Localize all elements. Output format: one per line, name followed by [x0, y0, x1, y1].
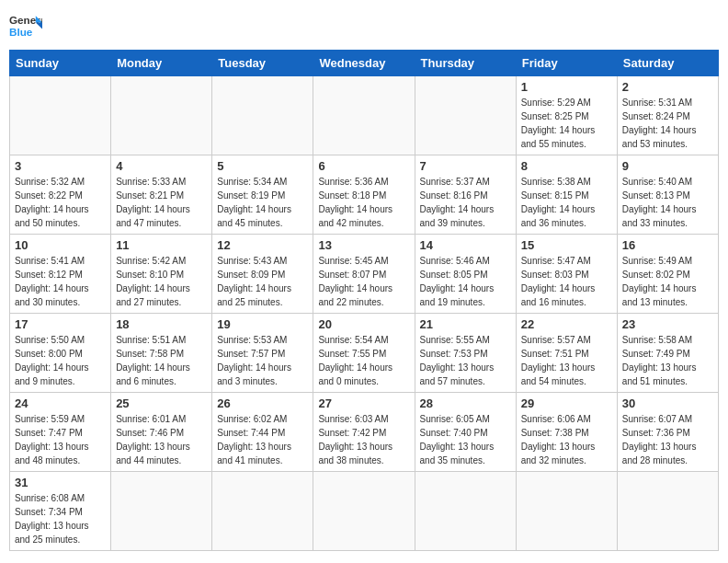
day-number: 11 [116, 238, 207, 252]
calendar-day: 12Sunrise: 5:43 AM Sunset: 8:09 PM Dayli… [212, 235, 313, 314]
calendar-day: 14Sunrise: 5:46 AM Sunset: 8:05 PM Dayli… [415, 235, 516, 314]
day-number: 9 [622, 159, 713, 173]
day-info: Sunrise: 5:47 AM Sunset: 8:03 PM Dayligh… [521, 254, 612, 309]
day-number: 18 [116, 317, 207, 331]
calendar-day: 5Sunrise: 5:34 AM Sunset: 8:19 PM Daylig… [212, 155, 313, 235]
day-info: Sunrise: 5:46 AM Sunset: 8:05 PM Dayligh… [420, 254, 511, 309]
day-info: Sunrise: 5:54 AM Sunset: 7:55 PM Dayligh… [318, 333, 409, 388]
calendar-day: 27Sunrise: 6:03 AM Sunset: 7:42 PM Dayli… [313, 393, 415, 472]
calendar-day: 8Sunrise: 5:38 AM Sunset: 8:15 PM Daylig… [516, 155, 617, 235]
day-info: Sunrise: 5:50 AM Sunset: 8:00 PM Dayligh… [15, 333, 106, 388]
calendar-day: 26Sunrise: 6:02 AM Sunset: 7:44 PM Dayli… [212, 393, 313, 472]
day-number: 6 [318, 159, 409, 173]
day-info: Sunrise: 5:29 AM Sunset: 8:25 PM Dayligh… [521, 96, 612, 151]
day-number: 14 [420, 238, 511, 252]
calendar-day [111, 76, 212, 155]
calendar-table: SundayMondayTuesdayWednesdayThursdayFrid… [9, 50, 719, 551]
day-number: 16 [622, 238, 713, 252]
calendar-day: 9Sunrise: 5:40 AM Sunset: 8:13 PM Daylig… [617, 155, 718, 235]
calendar-day: 13Sunrise: 5:45 AM Sunset: 8:07 PM Dayli… [313, 235, 415, 314]
svg-text:Blue: Blue [9, 26, 33, 38]
day-number: 12 [217, 238, 308, 252]
day-info: Sunrise: 5:37 AM Sunset: 8:16 PM Dayligh… [420, 175, 511, 230]
calendar-day [313, 76, 415, 155]
calendar-week-row: 10Sunrise: 5:41 AM Sunset: 8:12 PM Dayli… [10, 235, 719, 314]
day-info: Sunrise: 6:02 AM Sunset: 7:44 PM Dayligh… [217, 412, 308, 467]
calendar-day: 10Sunrise: 5:41 AM Sunset: 8:12 PM Dayli… [10, 235, 111, 314]
calendar-day: 20Sunrise: 5:54 AM Sunset: 7:55 PM Dayli… [313, 314, 415, 393]
day-info: Sunrise: 5:49 AM Sunset: 8:02 PM Dayligh… [622, 254, 713, 309]
calendar-week-row: 1Sunrise: 5:29 AM Sunset: 8:25 PM Daylig… [10, 76, 719, 155]
calendar-day: 7Sunrise: 5:37 AM Sunset: 8:16 PM Daylig… [415, 155, 516, 235]
calendar-week-row: 24Sunrise: 5:59 AM Sunset: 7:47 PM Dayli… [10, 393, 719, 472]
weekday-header-row: SundayMondayTuesdayWednesdayThursdayFrid… [10, 51, 719, 76]
calendar-day: 22Sunrise: 5:57 AM Sunset: 7:51 PM Dayli… [516, 314, 617, 393]
calendar-day [212, 76, 313, 155]
calendar-day: 24Sunrise: 5:59 AM Sunset: 7:47 PM Dayli… [10, 393, 111, 472]
day-info: Sunrise: 5:36 AM Sunset: 8:18 PM Dayligh… [318, 175, 409, 230]
weekday-header-thursday: Thursday [415, 51, 516, 76]
calendar-day: 4Sunrise: 5:33 AM Sunset: 8:21 PM Daylig… [111, 155, 212, 235]
day-number: 7 [420, 159, 511, 173]
day-number: 5 [217, 159, 308, 173]
day-info: Sunrise: 5:43 AM Sunset: 8:09 PM Dayligh… [217, 254, 308, 309]
calendar-day-empty [617, 472, 718, 551]
logo-icon: General Blue [9, 9, 42, 42]
calendar-day-empty [313, 472, 415, 551]
day-info: Sunrise: 6:08 AM Sunset: 7:34 PM Dayligh… [15, 491, 106, 546]
day-info: Sunrise: 5:40 AM Sunset: 8:13 PM Dayligh… [622, 175, 713, 230]
calendar-day-empty [111, 472, 212, 551]
day-info: Sunrise: 5:45 AM Sunset: 8:07 PM Dayligh… [318, 254, 409, 309]
day-info: Sunrise: 5:34 AM Sunset: 8:19 PM Dayligh… [217, 175, 308, 230]
day-number: 20 [318, 317, 409, 331]
day-info: Sunrise: 5:53 AM Sunset: 7:57 PM Dayligh… [217, 333, 308, 388]
day-number: 23 [622, 317, 713, 331]
day-info: Sunrise: 5:32 AM Sunset: 8:22 PM Dayligh… [15, 175, 106, 230]
calendar-day: 2Sunrise: 5:31 AM Sunset: 8:24 PM Daylig… [617, 76, 718, 155]
day-number: 24 [15, 396, 106, 410]
day-info: Sunrise: 6:06 AM Sunset: 7:38 PM Dayligh… [521, 412, 612, 467]
day-number: 2 [622, 80, 713, 94]
calendar-day: 25Sunrise: 6:01 AM Sunset: 7:46 PM Dayli… [111, 393, 212, 472]
calendar-day: 16Sunrise: 5:49 AM Sunset: 8:02 PM Dayli… [617, 235, 718, 314]
day-info: Sunrise: 6:03 AM Sunset: 7:42 PM Dayligh… [318, 412, 409, 467]
weekday-header-tuesday: Tuesday [212, 51, 313, 76]
day-number: 26 [217, 396, 308, 410]
day-number: 1 [521, 80, 612, 94]
calendar-day-empty [212, 472, 313, 551]
calendar-day: 28Sunrise: 6:05 AM Sunset: 7:40 PM Dayli… [415, 393, 516, 472]
calendar-day: 23Sunrise: 5:58 AM Sunset: 7:49 PM Dayli… [617, 314, 718, 393]
calendar-day: 30Sunrise: 6:07 AM Sunset: 7:36 PM Dayli… [617, 393, 718, 472]
calendar-week-row: 31Sunrise: 6:08 AM Sunset: 7:34 PM Dayli… [10, 472, 719, 551]
calendar-day: 19Sunrise: 5:53 AM Sunset: 7:57 PM Dayli… [212, 314, 313, 393]
day-number: 27 [318, 396, 409, 410]
day-number: 21 [420, 317, 511, 331]
day-info: Sunrise: 5:38 AM Sunset: 8:15 PM Dayligh… [521, 175, 612, 230]
calendar-week-row: 17Sunrise: 5:50 AM Sunset: 8:00 PM Dayli… [10, 314, 719, 393]
day-info: Sunrise: 5:31 AM Sunset: 8:24 PM Dayligh… [622, 96, 713, 151]
day-info: Sunrise: 5:33 AM Sunset: 8:21 PM Dayligh… [116, 175, 207, 230]
day-info: Sunrise: 5:41 AM Sunset: 8:12 PM Dayligh… [15, 254, 106, 309]
day-info: Sunrise: 6:05 AM Sunset: 7:40 PM Dayligh… [420, 412, 511, 467]
day-number: 19 [217, 317, 308, 331]
weekday-header-monday: Monday [111, 51, 212, 76]
calendar-day: 6Sunrise: 5:36 AM Sunset: 8:18 PM Daylig… [313, 155, 415, 235]
day-info: Sunrise: 5:59 AM Sunset: 7:47 PM Dayligh… [15, 412, 106, 467]
calendar-day-empty [415, 472, 516, 551]
day-number: 13 [318, 238, 409, 252]
day-info: Sunrise: 5:58 AM Sunset: 7:49 PM Dayligh… [622, 333, 713, 388]
logo: General Blue [9, 9, 42, 42]
calendar-day: 15Sunrise: 5:47 AM Sunset: 8:03 PM Dayli… [516, 235, 617, 314]
day-number: 8 [521, 159, 612, 173]
weekday-header-sunday: Sunday [10, 51, 111, 76]
calendar-day [415, 76, 516, 155]
day-info: Sunrise: 6:07 AM Sunset: 7:36 PM Dayligh… [622, 412, 713, 467]
day-number: 25 [116, 396, 207, 410]
day-number: 15 [521, 238, 612, 252]
day-info: Sunrise: 5:42 AM Sunset: 8:10 PM Dayligh… [116, 254, 207, 309]
day-number: 10 [15, 238, 106, 252]
weekday-header-wednesday: Wednesday [313, 51, 415, 76]
day-number: 22 [521, 317, 612, 331]
weekday-header-friday: Friday [516, 51, 617, 76]
calendar-day-empty [516, 472, 617, 551]
